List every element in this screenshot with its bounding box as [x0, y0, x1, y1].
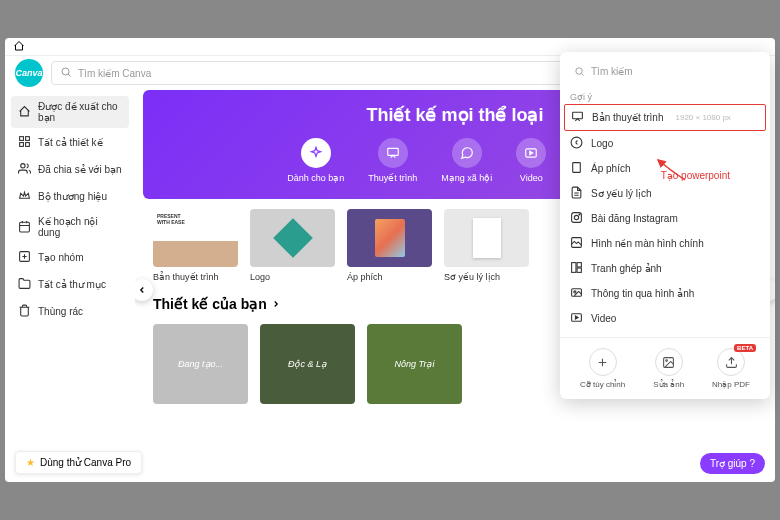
sidebar-item-label: Được đề xuất cho bạn [38, 101, 122, 123]
crown-icon [18, 189, 31, 204]
dropdown-item-label: Video [591, 313, 616, 324]
grid-icon [18, 135, 31, 150]
message-image-icon [570, 286, 583, 301]
sidebar-item-1[interactable]: Tất cả thiết kế [11, 130, 129, 155]
users-icon [18, 162, 31, 177]
sidebar-item-label: Bộ thương hiệu [38, 191, 107, 202]
sidebar-item-3[interactable]: Bộ thương hiệu [11, 184, 129, 209]
sidebar-item-4[interactable]: Kế hoạch nội dung [11, 211, 129, 243]
dropdown-action-label: Sửa ảnh [653, 380, 684, 389]
sidebar-item-label: Tạo nhóm [38, 252, 83, 263]
sidebar-item-0[interactable]: Được đề xuất cho bạn [11, 96, 129, 128]
dropdown-item-label: Sơ yếu lý lịch [591, 188, 652, 199]
dropdown-hint: Gợi ý [560, 90, 770, 104]
svg-point-13 [576, 67, 582, 73]
design-1[interactable]: Độc & Lạ [260, 324, 355, 404]
category-0[interactable]: Dành cho bạn [287, 138, 344, 183]
try-pro-banner[interactable]: ★ Dùng thử Canva Pro [15, 451, 142, 474]
presentation-icon [571, 110, 584, 125]
presentation-icon [378, 138, 408, 168]
plus-icon [589, 348, 617, 376]
template-thumbnail [347, 209, 432, 267]
video-icon [516, 138, 546, 168]
category-label: Video [520, 173, 543, 183]
template-thumbnail [250, 209, 335, 267]
dropdown-action-0[interactable]: Cỡ tùy chỉnh [580, 348, 625, 389]
wallpaper-icon [570, 236, 583, 251]
dropdown-item-4[interactable]: Bài đăng Instagram [560, 206, 770, 231]
dropdown-item-label: Hình nền màn hình chính [591, 238, 704, 249]
create-design-dropdown: Tìm kiếm Gợi ý Bản thuyết trình 1920 × 1… [560, 52, 770, 399]
canva-logo[interactable]: Canva [15, 59, 43, 87]
folder-icon [18, 277, 31, 292]
help-button[interactable]: Trợ giúp ? [700, 453, 765, 474]
trash-icon [18, 304, 31, 319]
design-2[interactable]: Nông Trại [367, 324, 462, 404]
design-0[interactable]: Đang tạo... [153, 324, 248, 404]
svg-rect-16 [573, 163, 581, 173]
plus-square-icon [18, 250, 31, 265]
upload-icon [717, 348, 745, 376]
dropdown-item-7[interactable]: Thông tin qua hình ảnh [560, 281, 770, 306]
template-label: Sơ yếu lý lịch [444, 272, 529, 282]
dropdown-item-8[interactable]: Video [560, 306, 770, 331]
annotation-text: Tạo powerpoint [661, 170, 730, 181]
dropdown-action-label: Nhập PDF [712, 380, 750, 389]
dropdown-item-5[interactable]: Hình nền màn hình chính [560, 231, 770, 256]
dropdown-item-0[interactable]: Bản thuyết trình 1920 × 1080 px [564, 104, 766, 131]
category-3[interactable]: Video [516, 138, 546, 183]
template-2[interactable]: Áp phích [347, 209, 432, 282]
dropdown-item-label: Bài đăng Instagram [591, 213, 678, 224]
svg-rect-9 [387, 148, 398, 155]
category-1[interactable]: Thuyết trình [368, 138, 417, 183]
svg-rect-3 [20, 137, 24, 141]
category-label: Thuyết trình [368, 173, 417, 183]
poster-icon [570, 161, 583, 176]
svg-rect-7 [20, 222, 30, 232]
template-thumbnail [444, 209, 529, 267]
design-label: Đang tạo... [178, 359, 223, 369]
sidebar-item-5[interactable]: Tạo nhóm [11, 245, 129, 270]
document-icon [570, 186, 583, 201]
svg-point-18 [574, 215, 578, 219]
video-icon [570, 311, 583, 326]
dropdown-action-label: Cỡ tùy chỉnh [580, 380, 625, 389]
dropdown-item-6[interactable]: Tranh ghép ảnh [560, 256, 770, 281]
template-3[interactable]: Sơ yếu lý lịch [444, 209, 529, 282]
search-icon [60, 66, 72, 80]
template-1[interactable]: Logo [250, 209, 335, 282]
dropdown-item-label: Logo [591, 138, 613, 149]
svg-point-25 [574, 291, 576, 293]
collage-icon [570, 261, 583, 276]
svg-point-0 [62, 68, 69, 75]
home-icon [18, 105, 31, 120]
template-thumbnail [153, 209, 238, 267]
dropdown-action-1[interactable]: Sửa ảnh [653, 348, 684, 389]
dropdown-item-label: Bản thuyết trình [592, 112, 663, 123]
dropdown-item-label: Áp phích [591, 163, 630, 174]
sidebar-item-label: Thùng rác [38, 306, 83, 317]
svg-rect-22 [577, 263, 581, 267]
copyright-icon [570, 136, 583, 151]
search-input[interactable]: Tìm kiếm Canva [51, 61, 597, 85]
instagram-icon [570, 211, 583, 226]
home-icon[interactable] [13, 40, 25, 54]
dropdown-item-label: Tranh ghép ảnh [591, 263, 662, 274]
sidebar-item-label: Tất cả thiết kế [38, 137, 103, 148]
chat-icon [452, 138, 482, 168]
dropdown-action-2[interactable]: BETA Nhập PDF [712, 348, 750, 389]
dropdown-item-1[interactable]: Logo [560, 131, 770, 156]
sparkle-icon [301, 138, 331, 168]
design-label: Độc & Lạ [288, 359, 327, 369]
crown-icon: ★ [26, 457, 35, 468]
template-0[interactable]: Bản thuyết trình [153, 209, 238, 282]
dropdown-search-input[interactable]: Tìm kiếm [568, 60, 762, 82]
search-icon [574, 66, 585, 77]
svg-point-19 [579, 214, 580, 215]
sidebar-item-2[interactable]: Đã chia sẻ với bạn [11, 157, 129, 182]
sidebar-item-6[interactable]: Tất cả thư mục [11, 272, 129, 297]
sidebar-item-label: Đã chia sẻ với bạn [38, 164, 122, 175]
dropdown-item-label: Thông tin qua hình ảnh [591, 288, 694, 299]
category-2[interactable]: Mạng xã hội [441, 138, 492, 183]
sidebar-item-7[interactable]: Thùng rác [11, 299, 129, 324]
